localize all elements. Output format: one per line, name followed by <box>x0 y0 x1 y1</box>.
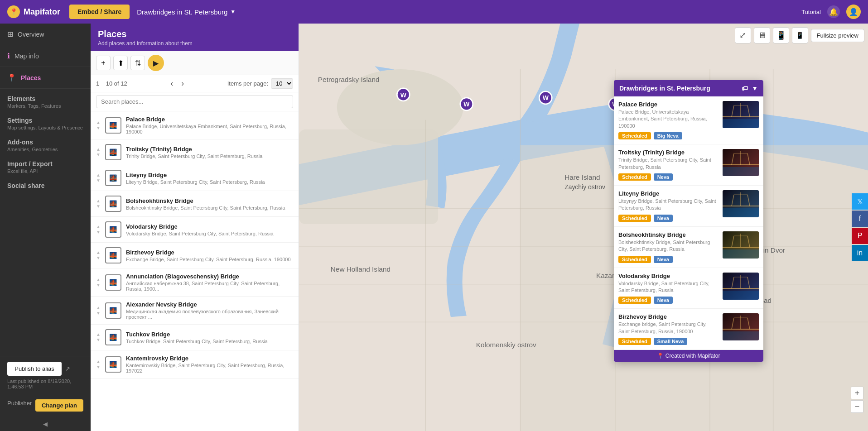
desktop-view-button[interactable]: 🖥 <box>754 27 770 43</box>
map-marker-3[interactable]: W <box>539 91 552 104</box>
addons-label: Add-ons <box>7 139 83 146</box>
sidebar-item-import-export[interactable]: Import / Export Excel file, API <box>0 154 91 176</box>
linkedin-share-button[interactable]: in <box>852 245 868 261</box>
facebook-share-button[interactable]: f <box>852 211 868 227</box>
sidebar-item-elements[interactable]: Elements Markers, Tags, Features <box>0 89 91 110</box>
zoom-out-button[interactable]: − <box>851 400 863 413</box>
popup-thumbnail <box>723 231 759 259</box>
popup-item-name: Bolsheokhtinsky Bridge <box>618 231 718 238</box>
publish-row: Publish to alias ↗ <box>7 362 83 376</box>
tag-badge: Scheduled <box>618 297 651 304</box>
social-share-label: Social share <box>7 182 83 189</box>
svg-text:Hare Island: Hare Island <box>564 173 600 181</box>
drag-handle: ▲▼ <box>96 172 101 183</box>
popup-title: Drawbridges in St. Petersburg <box>619 85 710 92</box>
add-place-button[interactable]: + <box>96 56 111 70</box>
map-marker-1[interactable]: W <box>397 88 410 101</box>
prev-page-button[interactable]: ‹ <box>168 78 176 89</box>
logo-icon: 📍 <box>7 5 20 18</box>
external-link-icon[interactable]: ↗ <box>65 365 70 372</box>
place-list-item[interactable]: ▲▼ 🌉 Annunciation (Blagoveschensky) Brid… <box>91 268 299 297</box>
tag-badge: Neva <box>654 256 673 263</box>
thumb-image <box>723 190 759 217</box>
place-name: Troitsky (Trinity) Bridge <box>126 146 293 153</box>
tag-icon[interactable]: 🏷 <box>742 85 748 92</box>
change-plan-button[interactable]: Change plan <box>35 399 83 412</box>
drag-handle: ▲▼ <box>96 277 101 288</box>
drag-handle: ▲▼ <box>96 147 101 158</box>
place-name: Tuchkov Bridge <box>126 331 293 338</box>
tag-badge: Scheduled <box>618 256 651 263</box>
sidebar-collapse-button[interactable]: ◀ <box>0 417 91 431</box>
popup-list-item[interactable]: Bolsheokhtinsky Bridge Bolsheokhtinsky B… <box>614 227 763 268</box>
bridge-icon: 🌉 <box>109 148 117 156</box>
tag-badge: Neva <box>654 297 673 304</box>
place-info: Bolsheokhtinsky Bridge Bolsheokhtinsky B… <box>126 197 293 211</box>
embed-share-button[interactable]: Embed / Share <box>69 5 130 19</box>
pinterest-share-button[interactable]: P <box>852 228 868 244</box>
overview-icon: ⊞ <box>7 30 13 38</box>
tag-badge: Small Neva <box>654 338 688 345</box>
sidebar-item-addons[interactable]: Add-ons Amenities, Geometries <box>0 132 91 154</box>
topbar: 📍 Mapifator Embed / Share Drawbridges in… <box>0 0 868 24</box>
sidebar-item-map-info[interactable]: ℹ Map info <box>0 45 91 67</box>
place-list-item[interactable]: ▲▼ 🌉 Birzhevoy Bridge Exchange Bridge, S… <box>91 243 299 268</box>
place-list-item[interactable]: ▲▼ 🌉 Troitsky (Trinity) Bridge Trinity B… <box>91 139 299 165</box>
import-button[interactable]: ⬆ <box>113 56 128 70</box>
zoom-in-button[interactable]: + <box>851 387 863 399</box>
popup-list-item[interactable]: Liteyny Bridge Liteynyy Bridge, Saint Pe… <box>614 186 763 227</box>
drag-handle: ▲▼ <box>96 198 101 209</box>
tutorial-link[interactable]: Tutorial <box>801 9 821 15</box>
popup-list-item[interactable]: Troitsky (Trinity) Bridge Trinity Bridge… <box>614 144 763 186</box>
tag-badge: Big Neva <box>654 132 682 139</box>
place-list-item[interactable]: ▲▼ 🌉 Liteyny Bridge Liteyny Bridge, Sain… <box>91 165 299 191</box>
place-list-item[interactable]: ▲▼ 🌉 Volodarsky Bridge Volodarsky Bridge… <box>91 217 299 243</box>
play-button[interactable]: ▶ <box>148 55 164 71</box>
svg-rect-62 <box>723 249 759 259</box>
place-list-item[interactable]: ▲▼ 🌉 Alexander Nevsky Bridge Медицинская… <box>91 297 299 325</box>
publish-to-alias-button[interactable]: Publish to alias <box>7 362 62 376</box>
place-list-item[interactable]: ▲▼ 🌉 Palace Bridge Palace Bridge, Univer… <box>91 111 299 139</box>
tablet-view-button[interactable]: 📱 <box>773 27 789 43</box>
bridge-icon: 🌉 <box>109 334 117 341</box>
place-list-item[interactable]: ▲▼ 🌉 Bolsheokhtinsky Bridge Bolsheokhtin… <box>91 191 299 217</box>
place-address: Trinity Bridge, Saint Petersburg City, S… <box>126 153 293 159</box>
twitter-share-button[interactable]: 𝕏 <box>852 193 868 210</box>
sidebar-item-overview[interactable]: ⊞ Overview <box>0 24 91 45</box>
place-name: Volodarsky Bridge <box>126 223 293 230</box>
place-list-item[interactable]: ▲▼ 🌉 Kantemirovsky Bridge Kantemirovskiy… <box>91 350 299 378</box>
popup-list-item[interactable]: Birzhevoy Bridge Exchange bridge, Saint … <box>614 309 763 350</box>
fullsize-preview-button[interactable]: Fullsize preview <box>811 29 864 42</box>
mobile-view-button[interactable]: 📱 <box>792 27 808 43</box>
popup-item-tags: ScheduledNeva <box>618 215 718 222</box>
sidebar-item-places[interactable]: 📍 Places <box>0 67 91 89</box>
popup-list-item[interactable]: Volodarsky Bridge Volodarsky Bridge, Sai… <box>614 268 763 309</box>
place-address: Liteyny Bridge, Saint Petersburg City, S… <box>126 179 293 185</box>
user-avatar[interactable]: 👤 <box>846 5 861 19</box>
expand-view-button[interactable]: ⤢ <box>735 27 751 43</box>
sort-button[interactable]: ⇅ <box>130 56 145 70</box>
notification-bell-button[interactable]: 🔔 <box>827 5 840 18</box>
place-list-item[interactable]: ▲▼ 🌉 Tuchkov Bridge Tuchkov Bridge, Sain… <box>91 325 299 350</box>
settings-label: Settings <box>7 117 83 124</box>
logo[interactable]: 📍 Mapifator <box>7 5 60 18</box>
search-input[interactable] <box>96 95 293 108</box>
dropdown-arrow-icon[interactable]: ▼ <box>752 85 758 92</box>
sidebar-item-social-share[interactable]: Social share <box>0 176 91 191</box>
popup-item-address: Volodarsky Bridge, Saint Petersburg City… <box>618 280 718 294</box>
map-marker-2[interactable]: W <box>460 98 473 110</box>
sidebar-item-settings[interactable]: Settings Map settings, Layouts & Presenc… <box>0 110 91 132</box>
place-icon: 🌉 <box>105 117 121 134</box>
popup-thumbnail <box>723 273 759 300</box>
bridge-icon: 🌉 <box>109 307 117 314</box>
map-background: W W W W W Krestov <box>299 24 868 431</box>
sidebar-map-info-label: Map info <box>14 53 39 60</box>
drag-handle: ▲▼ <box>96 359 101 370</box>
map-area: W W W W W Krestov <box>299 24 868 431</box>
drag-handle: ▲▼ <box>96 250 101 261</box>
place-icon: 🌉 <box>105 274 121 291</box>
popup-item-tags: ScheduledNeva <box>618 256 718 263</box>
ipp-select[interactable]: 10 25 50 <box>271 78 293 89</box>
popup-list-item[interactable]: Palace Bridge Palace Bridge, Universitet… <box>614 96 763 144</box>
next-page-button[interactable]: › <box>178 78 187 89</box>
